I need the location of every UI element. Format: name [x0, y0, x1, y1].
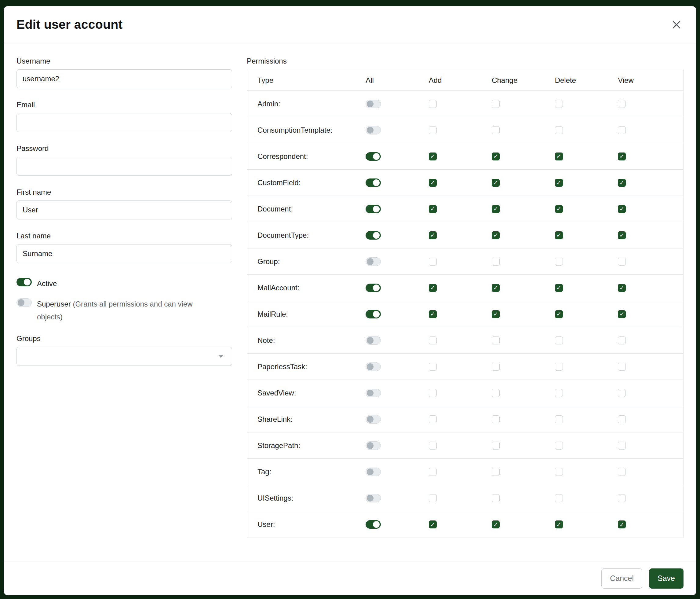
password-input[interactable] [17, 157, 232, 176]
permission-delete-checkbox[interactable]: ✓ [555, 231, 563, 239]
permission-view-checkbox[interactable] [618, 415, 626, 423]
permission-delete-checkbox[interactable] [555, 100, 563, 108]
permission-change-cell [481, 415, 545, 423]
permission-change-checkbox[interactable] [492, 468, 500, 476]
permission-delete-checkbox[interactable] [555, 336, 563, 344]
permission-all-toggle[interactable] [366, 100, 381, 108]
close-button[interactable] [670, 18, 683, 32]
permission-delete-checkbox[interactable]: ✓ [555, 521, 563, 528]
permission-view-checkbox[interactable]: ✓ [618, 179, 626, 187]
permission-change-checkbox[interactable] [492, 100, 500, 108]
permission-all-toggle[interactable] [366, 389, 381, 397]
permission-change-checkbox[interactable] [492, 415, 500, 423]
permission-all-toggle[interactable] [366, 205, 381, 213]
permission-view-checkbox[interactable]: ✓ [618, 284, 626, 292]
permission-change-checkbox[interactable] [492, 363, 500, 371]
permission-delete-checkbox[interactable]: ✓ [555, 179, 563, 187]
last-name-input[interactable] [17, 244, 232, 263]
permission-change-checkbox[interactable] [492, 494, 500, 502]
permission-change-checkbox[interactable] [492, 441, 500, 450]
permission-view-checkbox[interactable]: ✓ [618, 231, 626, 239]
permission-delete-checkbox[interactable] [555, 468, 563, 476]
permission-all-toggle[interactable] [366, 257, 381, 266]
permission-change-checkbox[interactable]: ✓ [492, 284, 500, 292]
permission-view-checkbox[interactable] [618, 126, 626, 134]
permission-change-checkbox[interactable] [492, 258, 500, 266]
permission-add-checkbox[interactable] [429, 415, 437, 423]
permission-delete-checkbox[interactable] [555, 415, 563, 423]
permission-view-checkbox[interactable] [618, 441, 626, 450]
permission-change-checkbox[interactable] [492, 389, 500, 397]
permission-all-toggle[interactable] [366, 520, 381, 529]
permission-all-toggle[interactable] [366, 362, 381, 371]
permission-change-checkbox[interactable] [492, 126, 500, 134]
permission-add-checkbox[interactable]: ✓ [429, 179, 437, 187]
permission-delete-checkbox[interactable]: ✓ [555, 152, 563, 161]
permission-view-checkbox[interactable]: ✓ [618, 310, 626, 318]
email-input[interactable] [17, 113, 232, 132]
permission-change-checkbox[interactable]: ✓ [492, 179, 500, 187]
permission-delete-checkbox[interactable] [555, 363, 563, 371]
permission-change-checkbox[interactable]: ✓ [492, 205, 500, 213]
permission-add-checkbox[interactable] [429, 363, 437, 371]
permission-all-toggle[interactable] [366, 494, 381, 502]
permission-delete-checkbox[interactable] [555, 126, 563, 134]
permission-all-toggle[interactable] [366, 126, 381, 135]
permission-view-checkbox[interactable] [618, 336, 626, 344]
permission-view-checkbox[interactable]: ✓ [618, 521, 626, 528]
permission-add-checkbox[interactable] [429, 100, 437, 108]
permission-add-checkbox[interactable]: ✓ [429, 521, 437, 528]
permission-add-checkbox[interactable] [429, 494, 437, 502]
permission-view-checkbox[interactable] [618, 258, 626, 266]
permission-all-toggle[interactable] [366, 310, 381, 318]
superuser-row: Superuser (Grants all permissions and ca… [17, 298, 232, 324]
permission-change-checkbox[interactable]: ✓ [492, 152, 500, 161]
permission-delete-checkbox[interactable] [555, 441, 563, 450]
permission-change-checkbox[interactable]: ✓ [492, 521, 500, 528]
permission-all-toggle[interactable] [366, 415, 381, 424]
permission-view-checkbox[interactable] [618, 100, 626, 108]
superuser-toggle[interactable] [17, 298, 32, 307]
groups-select[interactable] [17, 347, 232, 366]
permission-delete-checkbox[interactable] [555, 494, 563, 502]
permission-delete-checkbox[interactable]: ✓ [555, 205, 563, 213]
permission-delete-checkbox[interactable] [555, 389, 563, 397]
permission-view-checkbox[interactable] [618, 389, 626, 397]
permission-view-checkbox[interactable] [618, 363, 626, 371]
permission-add-checkbox[interactable]: ✓ [429, 231, 437, 239]
permission-all-toggle[interactable] [366, 441, 381, 450]
permission-add-checkbox[interactable]: ✓ [429, 152, 437, 161]
permission-add-checkbox[interactable]: ✓ [429, 310, 437, 318]
permission-type-label: StoragePath: [247, 441, 355, 450]
permission-view-cell: ✓ [607, 310, 683, 318]
permission-add-checkbox[interactable]: ✓ [429, 205, 437, 213]
permission-add-checkbox[interactable] [429, 258, 437, 266]
permission-add-checkbox[interactable] [429, 126, 437, 134]
first-name-input[interactable] [17, 200, 232, 219]
permission-view-checkbox[interactable]: ✓ [618, 152, 626, 161]
permission-all-toggle[interactable] [366, 152, 381, 161]
permission-change-checkbox[interactable] [492, 336, 500, 344]
permission-all-toggle[interactable] [366, 178, 381, 187]
save-button[interactable]: Save [649, 569, 683, 589]
permission-all-toggle[interactable] [366, 231, 381, 240]
permission-add-checkbox[interactable] [429, 389, 437, 397]
permission-all-toggle[interactable] [366, 336, 381, 345]
permission-view-checkbox[interactable]: ✓ [618, 205, 626, 213]
permission-view-checkbox[interactable] [618, 468, 626, 476]
permission-change-checkbox[interactable]: ✓ [492, 310, 500, 318]
permission-delete-checkbox[interactable]: ✓ [555, 310, 563, 318]
permission-add-checkbox[interactable] [429, 336, 437, 344]
permission-change-checkbox[interactable]: ✓ [492, 231, 500, 239]
permission-delete-checkbox[interactable]: ✓ [555, 284, 563, 292]
permission-add-checkbox[interactable] [429, 468, 437, 476]
permission-all-toggle[interactable] [366, 468, 381, 476]
permission-add-checkbox[interactable] [429, 441, 437, 450]
permission-delete-checkbox[interactable] [555, 258, 563, 266]
active-toggle[interactable] [17, 278, 32, 286]
username-input[interactable] [17, 69, 232, 88]
permission-view-checkbox[interactable] [618, 494, 626, 502]
permission-add-checkbox[interactable]: ✓ [429, 284, 437, 292]
cancel-button[interactable]: Cancel [601, 569, 642, 589]
permission-all-toggle[interactable] [366, 284, 381, 292]
